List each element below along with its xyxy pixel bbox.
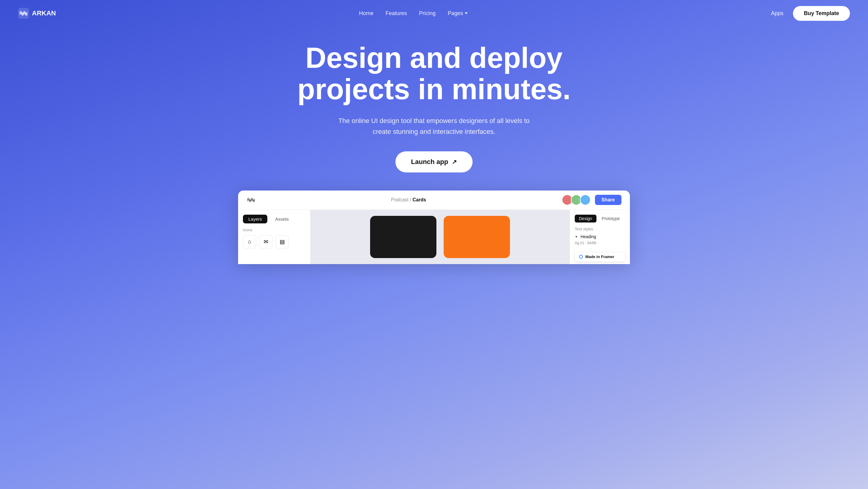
canvas-card-orange xyxy=(444,216,510,258)
buy-template-button[interactable]: Buy Template xyxy=(793,6,850,21)
app-body: Layers Assets Icons ⌂ ✉ ▤ xyxy=(238,210,630,264)
sidebar-tab-assets[interactable]: Assets xyxy=(270,215,294,223)
logo-icon xyxy=(18,8,29,19)
arrow-icon: ↗ xyxy=(452,158,457,165)
sidebar-icons-row: ⌂ ✉ ▤ xyxy=(243,235,305,248)
sidebar-icon-message[interactable]: ✉ xyxy=(259,235,273,248)
home-icon: ⌂ xyxy=(248,239,251,245)
app-breadcrumb: Podcast / Cards xyxy=(391,197,427,203)
framer-badge-label: Made in Framer xyxy=(585,254,614,259)
table-icon: ▤ xyxy=(280,239,285,245)
heading-label: Heading xyxy=(581,234,596,239)
avatar-3 xyxy=(580,194,591,205)
app-right-panel: Design Prototype Text styles ▼ Heading A… xyxy=(569,210,630,264)
hero-title: Design and deploy projects in minutes. xyxy=(268,42,600,104)
logo-text: ARKAN xyxy=(32,9,56,17)
app-preview: Podcast / Cards Share Layers Assets xyxy=(238,190,630,264)
nav-home[interactable]: Home xyxy=(359,10,373,17)
sidebar-icons-label: Icons xyxy=(243,227,305,232)
hero-section: Design and deploy projects in minutes. T… xyxy=(0,0,868,489)
right-panel-tabs: Design Prototype xyxy=(575,215,625,222)
launch-app-button[interactable]: Launch app ↗ xyxy=(396,151,472,173)
app-avatars xyxy=(562,194,591,205)
ag-label: Ag 01 · 84/88 xyxy=(575,241,625,245)
sidebar-tab-layers[interactable]: Layers xyxy=(243,215,267,223)
nav-pages[interactable]: Pages xyxy=(447,10,468,17)
nav-features[interactable]: Features xyxy=(385,10,407,17)
text-styles-label: Text styles xyxy=(575,227,625,231)
right-panel-tab-design[interactable]: Design xyxy=(575,215,596,222)
hero-subtitle: The online UI design tool that empowers … xyxy=(329,116,539,136)
app-canvas xyxy=(310,210,569,264)
framer-icon: ⬡ xyxy=(579,254,583,259)
share-button[interactable]: Share xyxy=(595,195,621,205)
nav-links: Home Features Pricing Pages xyxy=(359,10,468,17)
nav-pricing[interactable]: Pricing xyxy=(419,10,435,17)
heading-row: ▼ Heading xyxy=(575,234,625,239)
nav-apps[interactable]: Apps xyxy=(771,10,783,17)
message-icon: ✉ xyxy=(264,239,268,245)
navbar: ARKAN Home Features Pricing Pages Apps B… xyxy=(0,0,868,27)
sidebar-tabs: Layers Assets xyxy=(243,215,305,223)
nav-right: Apps Buy Template xyxy=(771,6,850,21)
canvas-card-dark xyxy=(370,216,436,258)
logo[interactable]: ARKAN xyxy=(18,8,56,19)
chevron-down-icon xyxy=(465,12,468,14)
chevron-icon: ▼ xyxy=(575,235,578,239)
framer-badge: ⬡ Made in Framer xyxy=(575,252,625,262)
app-topbar: Podcast / Cards Share xyxy=(238,190,630,210)
sidebar-icon-table[interactable]: ▤ xyxy=(276,235,289,248)
app-sidebar: Layers Assets Icons ⌂ ✉ ▤ xyxy=(238,210,310,264)
app-topbar-right: Share xyxy=(562,194,621,205)
sidebar-icon-home[interactable]: ⌂ xyxy=(243,235,256,248)
right-panel-tab-prototype[interactable]: Prototype xyxy=(598,215,624,222)
app-logo-icon xyxy=(247,195,255,205)
